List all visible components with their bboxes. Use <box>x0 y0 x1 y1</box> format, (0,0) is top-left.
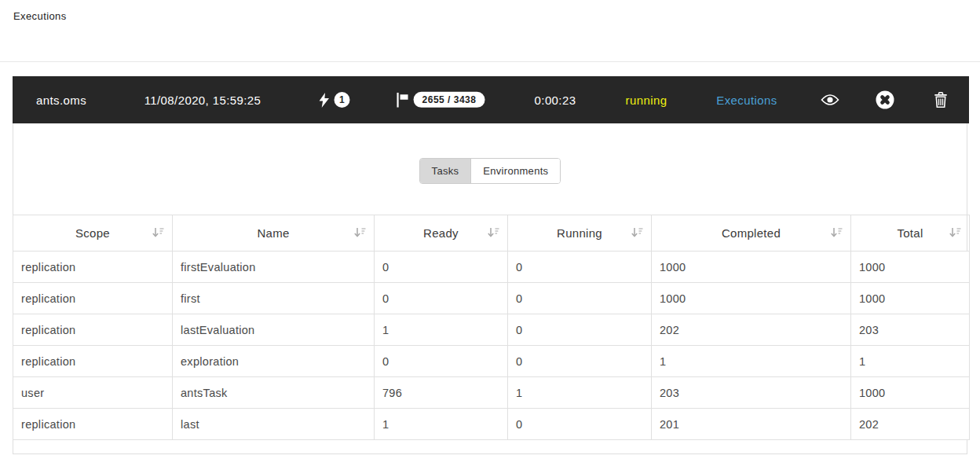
cell-running: 0 <box>508 346 652 377</box>
cell-running: 0 <box>508 252 652 283</box>
cell-name: antsTask <box>173 377 375 409</box>
cell-name: last <box>173 409 375 440</box>
bolt-count-badge: 1 <box>335 92 350 108</box>
watch-eye-icon[interactable] <box>821 94 839 107</box>
execution-name: ants.oms <box>36 94 86 107</box>
trash-icon[interactable] <box>934 92 948 108</box>
execution-bar: ants.oms 11/08/2020, 15:59:25 1 2655 / 3… <box>13 76 969 123</box>
column-header-total[interactable]: Total <box>851 215 970 252</box>
cell-completed: 1000 <box>652 252 851 283</box>
tab-tasks[interactable]: Tasks <box>420 159 472 183</box>
flag-icon <box>397 92 409 107</box>
column-label: Scope <box>75 226 110 240</box>
status-badge: running <box>626 94 667 107</box>
progress-badge: 2655 / 3438 <box>414 92 485 108</box>
sort-icon[interactable] <box>354 226 366 240</box>
sort-icon[interactable] <box>949 226 961 240</box>
cell-name: first <box>173 283 375 314</box>
cell-completed: 1000 <box>652 283 851 314</box>
column-header-ready[interactable]: Ready <box>375 215 508 252</box>
execution-timer: 0:00:23 <box>535 94 576 107</box>
column-label: Name <box>257 226 289 240</box>
column-header-scope[interactable]: Scope <box>13 215 173 252</box>
cell-completed: 202 <box>652 314 851 346</box>
cell-completed: 1 <box>652 346 851 377</box>
cell-running: 0 <box>508 409 652 440</box>
cell-name: firstEvaluation <box>173 252 375 283</box>
cell-running: 0 <box>508 314 652 346</box>
cell-ready: 1 <box>375 314 508 346</box>
table-header-row: Scope Name Ready Running Completed Total <box>13 215 970 252</box>
cell-scope: replication <box>13 409 173 440</box>
cell-ready: 0 <box>375 346 508 377</box>
cell-scope: replication <box>13 283 173 314</box>
cell-ready: 0 <box>375 283 508 314</box>
page-title: Executions <box>13 10 67 22</box>
execution-card: ants.oms 11/08/2020, 15:59:25 1 2655 / 3… <box>13 76 967 454</box>
column-header-running[interactable]: Running <box>508 215 652 252</box>
table-row[interactable]: replicationexploration0011 <box>13 346 970 377</box>
lightning-bolt-icon <box>320 93 330 108</box>
column-header-completed[interactable]: Completed <box>652 215 851 252</box>
bolt-badge-group: 1 <box>320 92 350 108</box>
sort-icon[interactable] <box>488 226 499 240</box>
column-label: Completed <box>722 226 781 240</box>
table-row[interactable]: replicationlast10201202 <box>13 409 970 440</box>
executions-link[interactable]: Executions <box>716 94 777 107</box>
sort-icon[interactable] <box>631 226 643 240</box>
cell-total: 1 <box>851 346 970 377</box>
cell-running: 0 <box>508 283 652 314</box>
table-body: replicationfirstEvaluation0010001000repl… <box>13 252 970 440</box>
cell-scope: replication <box>13 346 173 377</box>
sort-icon[interactable] <box>831 226 843 240</box>
column-label: Total <box>897 226 923 240</box>
cell-total: 1000 <box>851 377 970 409</box>
flag-badge-group: 2655 / 3438 <box>397 92 485 108</box>
cell-scope: user <box>13 377 173 409</box>
column-label: Ready <box>423 226 459 240</box>
tab-environments[interactable]: Environments <box>471 159 560 183</box>
cell-total: 202 <box>851 409 970 440</box>
cell-total: 1000 <box>851 283 970 314</box>
cancel-circle-icon[interactable] <box>876 90 895 110</box>
tabs-bar: Tasks Environments <box>13 158 967 184</box>
cell-ready: 0 <box>375 252 508 283</box>
cell-completed: 201 <box>652 409 851 440</box>
tasks-table: Scope Name Ready Running Completed Total… <box>13 215 970 440</box>
cell-running: 1 <box>508 377 652 409</box>
cell-total: 203 <box>851 314 970 346</box>
cell-scope: replication <box>13 314 173 346</box>
column-header-name[interactable]: Name <box>173 215 375 252</box>
column-label: Running <box>557 226 602 240</box>
execution-datetime: 11/08/2020, 15:59:25 <box>144 94 261 107</box>
table-row[interactable]: userantsTask79612031000 <box>13 377 970 409</box>
cell-name: exploration <box>173 346 375 377</box>
cell-completed: 203 <box>652 377 851 409</box>
table-row[interactable]: replicationfirstEvaluation0010001000 <box>13 252 970 283</box>
cell-scope: replication <box>13 252 173 283</box>
cell-ready: 1 <box>375 409 508 440</box>
sort-icon[interactable] <box>152 226 164 240</box>
cell-total: 1000 <box>851 252 970 283</box>
cell-name: lastEvaluation <box>173 314 375 346</box>
table-row[interactable]: replicationfirst0010001000 <box>13 283 970 314</box>
header-divider <box>0 61 980 62</box>
tab-group: Tasks Environments <box>419 158 561 184</box>
table-row[interactable]: replicationlastEvaluation10202203 <box>13 314 970 346</box>
cell-ready: 796 <box>375 377 508 409</box>
